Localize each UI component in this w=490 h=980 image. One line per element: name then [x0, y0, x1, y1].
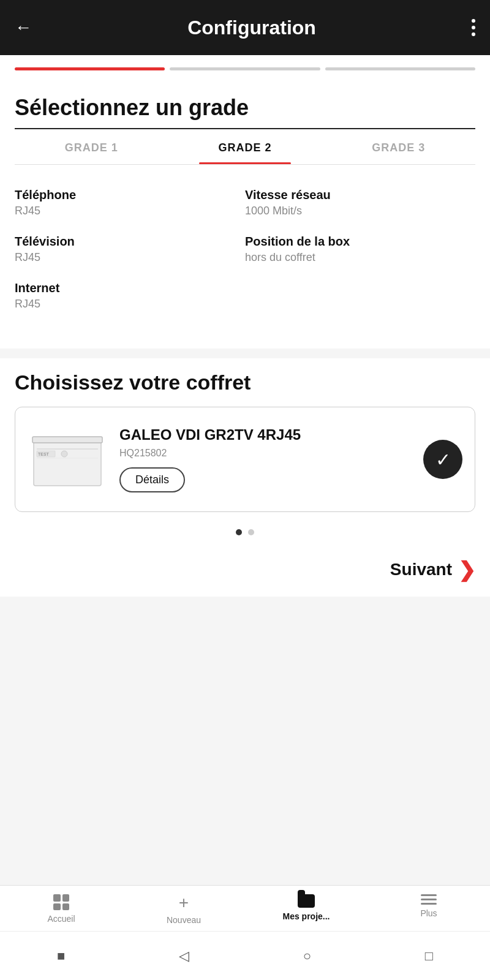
grade-tabs: GRADE 1 GRADE 2 GRADE 3: [15, 129, 475, 165]
product-box-svg: TEST: [31, 431, 104, 489]
info-position-value: hors du coffret: [245, 251, 475, 264]
progress-step-1: [15, 67, 165, 70]
svg-text:TEST: TEST: [38, 452, 50, 456]
nav-nouveau-label: Nouveau: [167, 915, 201, 925]
info-internet: Internet RJ45: [15, 273, 245, 319]
carousel-dot-1[interactable]: [236, 529, 242, 535]
android-square-button[interactable]: ■: [57, 948, 65, 964]
grade-section-title: Sélectionnez un grade: [15, 83, 475, 129]
nav-plus-label: Plus: [420, 908, 437, 918]
details-button[interactable]: Détails: [119, 467, 185, 492]
nav-mes-projets-label: Mes proje...: [282, 911, 330, 921]
bottom-nav: Accueil + Nouveau Mes proje... Plus: [0, 885, 490, 931]
android-nav: ■ ◁ ○ □: [0, 931, 490, 980]
selected-indicator: ✓: [423, 440, 462, 479]
tab-grade1[interactable]: GRADE 1: [15, 129, 168, 164]
info-telephone: Téléphone RJ45: [15, 179, 245, 226]
product-info: GALEO VDI GR2TV 4RJ45 HQ215802 Détails: [119, 426, 411, 492]
plus-icon: +: [179, 894, 189, 911]
svg-rect-0: [34, 440, 101, 486]
nav-mes-projets[interactable]: Mes proje...: [245, 894, 368, 925]
main-content: Sélectionnez un grade GRADE 1 GRADE 2 GR…: [0, 83, 490, 349]
info-position-label: Position de la box: [245, 235, 475, 249]
suivant-button[interactable]: Suivant ❯: [390, 557, 475, 582]
suivant-label: Suivant: [390, 560, 452, 579]
dot3: [472, 32, 475, 36]
info-vitesse: Vitesse réseau 1000 Mbit/s: [245, 179, 475, 226]
lines-icon: [421, 894, 437, 905]
info-internet-label: Internet: [15, 281, 245, 295]
nav-plus[interactable]: Plus: [368, 894, 490, 925]
header-title: Configuration: [187, 17, 316, 39]
progress-bar: [0, 55, 490, 83]
app-header: ← Configuration: [0, 0, 490, 55]
nav-accueil-label: Accueil: [47, 914, 75, 924]
grade-info-grid: Téléphone RJ45 Vitesse réseau 1000 Mbit/…: [15, 165, 475, 334]
progress-step-2: [170, 67, 320, 70]
folder-icon: [298, 894, 315, 908]
product-card[interactable]: TEST GALEO VDI GR2TV 4RJ45 HQ215802 Déta…: [15, 407, 475, 512]
progress-step-3: [325, 67, 475, 70]
dot2: [472, 26, 475, 29]
coffret-section: Choisissez votre coffret TEST GALEO VDI …: [0, 358, 490, 548]
android-recent-button[interactable]: □: [425, 948, 433, 964]
nav-nouveau[interactable]: + Nouveau: [123, 894, 245, 925]
svg-point-6: [61, 451, 67, 457]
carousel-dots: [15, 522, 475, 548]
info-television-value: RJ45: [15, 251, 245, 264]
more-button[interactable]: [472, 19, 475, 36]
info-position: Position de la box hors du coffret: [245, 226, 475, 273]
product-image: TEST: [28, 420, 107, 499]
info-internet-value: RJ45: [15, 298, 245, 311]
info-television: Télévision RJ45: [15, 226, 245, 273]
android-back-button[interactable]: ◁: [179, 948, 189, 964]
android-home-button[interactable]: ○: [303, 948, 311, 964]
nav-accueil[interactable]: Accueil: [0, 894, 123, 925]
suivant-row: Suivant ❯: [0, 548, 490, 597]
info-vitesse-value: 1000 Mbit/s: [245, 205, 475, 217]
info-empty: [245, 273, 475, 319]
svg-rect-1: [32, 437, 102, 443]
grid-icon: [53, 894, 69, 910]
info-telephone-value: RJ45: [15, 205, 245, 217]
dot1: [472, 19, 475, 23]
back-button[interactable]: ←: [15, 18, 32, 37]
carousel-dot-2[interactable]: [248, 529, 254, 535]
info-telephone-label: Téléphone: [15, 188, 245, 202]
tab-grade2[interactable]: GRADE 2: [168, 129, 322, 164]
suivant-chevron-icon: ❯: [458, 557, 475, 582]
tab-grade3[interactable]: GRADE 3: [322, 129, 475, 164]
check-icon: ✓: [435, 449, 451, 470]
coffret-section-title: Choisissez votre coffret: [15, 371, 475, 394]
info-television-label: Télévision: [15, 235, 245, 249]
product-sku: HQ215802: [119, 448, 411, 459]
info-vitesse-label: Vitesse réseau: [245, 188, 475, 202]
product-name: GALEO VDI GR2TV 4RJ45: [119, 426, 411, 444]
